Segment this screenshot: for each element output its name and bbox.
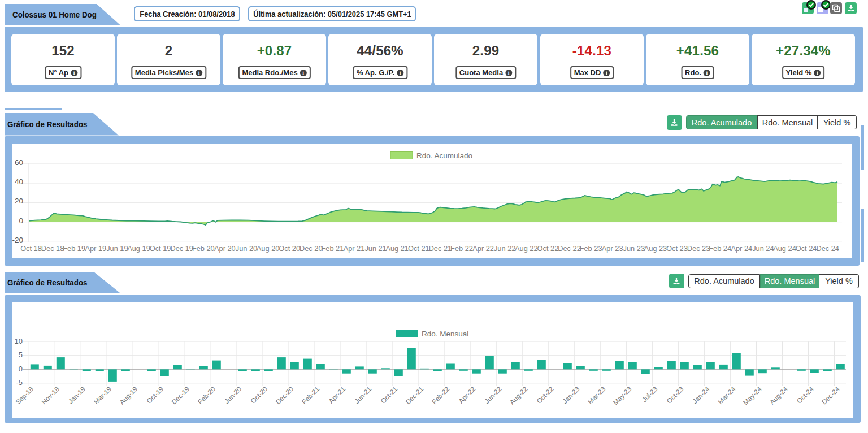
svg-text:Dec 20: Dec 20 — [300, 244, 323, 253]
svg-text:Dec 18: Dec 18 — [41, 244, 64, 253]
svg-text:Mar-23: Mar-23 — [587, 385, 607, 406]
svg-text:-5: -5 — [16, 378, 23, 387]
svg-text:Nov-18: Nov-18 — [40, 385, 61, 406]
svg-text:Oct-20: Oct-20 — [249, 385, 270, 405]
svg-text:Dec 21: Dec 21 — [429, 244, 452, 253]
svg-text:0: 0 — [19, 216, 23, 225]
svg-text:Feb 22: Feb 22 — [450, 244, 473, 253]
svg-text:Jun 23: Jun 23 — [623, 244, 645, 253]
svg-text:Aug 24: Aug 24 — [773, 244, 796, 253]
svg-text:Feb 24: Feb 24 — [709, 244, 731, 253]
svg-text:Mar-24: Mar-24 — [717, 385, 737, 406]
svg-text:May-24: May-24 — [741, 385, 763, 406]
svg-text:Sep-18: Sep-18 — [14, 385, 35, 406]
svg-text:Jun-21: Jun-21 — [353, 385, 373, 405]
svg-text:Aug-19: Aug-19 — [118, 385, 139, 406]
svg-text:Jun 21: Jun 21 — [364, 244, 386, 253]
svg-text:Aug-22: Aug-22 — [508, 385, 529, 406]
svg-text:Jan-24: Jan-24 — [691, 385, 711, 405]
svg-text:Jun-22: Jun-22 — [483, 385, 503, 405]
svg-text:60: 60 — [15, 158, 23, 167]
svg-text:0: 0 — [19, 365, 23, 373]
svg-text:Oct 24: Oct 24 — [796, 244, 817, 253]
svg-text:Oct-19: Oct-19 — [145, 385, 166, 405]
svg-text:Feb 23: Feb 23 — [580, 244, 602, 253]
svg-text:40: 40 — [15, 177, 23, 186]
svg-text:Dec 23: Dec 23 — [687, 244, 710, 253]
svg-text:5: 5 — [19, 350, 23, 359]
svg-text:Feb-21: Feb-21 — [300, 385, 321, 406]
svg-text:Oct 21: Oct 21 — [408, 244, 429, 253]
svg-text:Apr 24: Apr 24 — [731, 244, 752, 253]
svg-text:Dec 24: Dec 24 — [816, 244, 839, 253]
svg-text:Feb-22: Feb-22 — [430, 385, 451, 406]
svg-text:Oct-24: Oct-24 — [795, 385, 815, 405]
svg-text:Oct-21: Oct-21 — [379, 385, 400, 405]
svg-text:Jun 24: Jun 24 — [752, 244, 774, 253]
svg-text:Aug-24: Aug-24 — [768, 385, 789, 406]
svg-text:Feb 20: Feb 20 — [192, 244, 215, 253]
svg-text:Jul-23: Jul-23 — [640, 385, 659, 404]
svg-text:Apr 19: Apr 19 — [85, 244, 106, 253]
svg-text:Oct 22: Oct 22 — [537, 244, 559, 253]
svg-text:Dec 19: Dec 19 — [170, 244, 193, 253]
svg-text:Jan-23: Jan-23 — [561, 385, 581, 405]
svg-text:10: 10 — [15, 337, 23, 345]
svg-text:Feb-20: Feb-20 — [196, 385, 217, 406]
svg-text:-20: -20 — [12, 236, 23, 244]
svg-text:May-23: May-23 — [611, 385, 633, 406]
svg-text:Rdo. Acumulado: Rdo. Acumulado — [416, 151, 472, 160]
svg-text:Dec-24: Dec-24 — [820, 385, 841, 406]
svg-text:Feb 21: Feb 21 — [321, 244, 344, 253]
svg-text:Jan-19: Jan-19 — [67, 385, 87, 405]
svg-text:Apr-22: Apr-22 — [457, 385, 478, 405]
svg-text:Mar-19: Mar-19 — [92, 385, 113, 406]
svg-text:Oct-23: Oct-23 — [665, 385, 685, 405]
svg-text:Aug 23: Aug 23 — [644, 244, 667, 253]
svg-text:Dec 22: Dec 22 — [558, 244, 581, 253]
svg-text:Oct 18: Oct 18 — [20, 244, 42, 253]
svg-text:Apr 22: Apr 22 — [472, 244, 494, 253]
svg-text:Jun 19: Jun 19 — [106, 244, 128, 253]
svg-text:Apr-21: Apr-21 — [327, 385, 348, 405]
svg-text:Apr 21: Apr 21 — [344, 244, 365, 253]
svg-text:Dec-21: Dec-21 — [404, 385, 425, 406]
svg-text:Dec-19: Dec-19 — [170, 385, 191, 406]
svg-text:Rdo. Mensual: Rdo. Mensual — [422, 330, 468, 338]
svg-text:Aug 20: Aug 20 — [257, 244, 280, 253]
svg-text:Feb 19: Feb 19 — [63, 244, 85, 253]
svg-text:Oct-22: Oct-22 — [535, 385, 555, 405]
svg-text:Oct 19: Oct 19 — [150, 244, 171, 253]
svg-text:Aug 21: Aug 21 — [385, 244, 409, 253]
svg-text:Oct 20: Oct 20 — [279, 244, 300, 253]
svg-text:Dec-20: Dec-20 — [274, 385, 295, 406]
svg-text:Jun 22: Jun 22 — [494, 244, 515, 253]
svg-text:Apr 23: Apr 23 — [602, 244, 623, 253]
svg-text:Jun 20: Jun 20 — [236, 244, 257, 253]
svg-text:Oct 23: Oct 23 — [666, 244, 688, 253]
svg-text:20: 20 — [15, 197, 23, 205]
svg-text:Aug 22: Aug 22 — [515, 244, 538, 253]
svg-text:Apr 20: Apr 20 — [214, 244, 236, 253]
svg-text:Jun-20: Jun-20 — [223, 385, 243, 405]
svg-text:Aug 19: Aug 19 — [127, 244, 150, 253]
